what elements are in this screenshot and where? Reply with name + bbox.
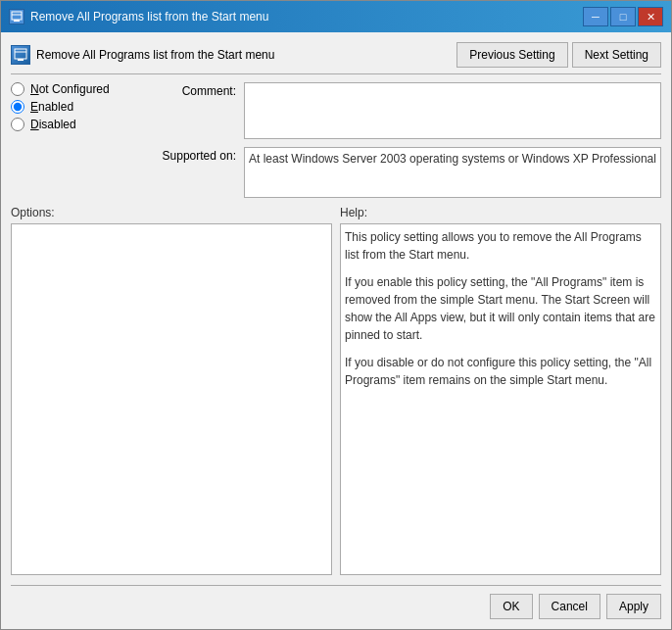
help-header: Help: xyxy=(340,206,661,219)
top-area: Not Configured Enabled Disabled xyxy=(11,82,661,198)
window-title: Remove All Programs list from the Start … xyxy=(30,10,268,24)
radio-disabled[interactable]: Disabled xyxy=(11,118,148,131)
radio-disabled-label[interactable]: Disabled xyxy=(30,118,76,131)
comment-textarea[interactable] xyxy=(244,82,661,139)
radio-disabled-input[interactable] xyxy=(11,118,24,131)
header-title: Remove All Programs list from the Start … xyxy=(36,48,274,62)
close-button[interactable]: ✕ xyxy=(638,7,663,26)
title-bar: Remove All Programs list from the Start … xyxy=(1,1,671,32)
cancel-button[interactable]: Cancel xyxy=(539,594,600,619)
next-setting-button[interactable]: Next Setting xyxy=(572,42,661,68)
help-paragraph-3: If you disable or do not configure this … xyxy=(345,354,656,389)
title-bar-left: Remove All Programs list from the Start … xyxy=(9,9,268,24)
previous-setting-button[interactable]: Previous Setting xyxy=(456,42,567,68)
main-window: Remove All Programs list from the Start … xyxy=(0,0,672,630)
comment-row: Comment: xyxy=(158,82,661,139)
options-panel: Options: xyxy=(11,206,332,577)
window-icon xyxy=(9,9,24,24)
supported-row: Supported on: At least Windows Server 20… xyxy=(158,147,661,198)
radio-not-configured-label[interactable]: Not Configured xyxy=(30,82,110,96)
minimize-button[interactable]: ─ xyxy=(583,7,608,26)
apply-button[interactable]: Apply xyxy=(606,594,661,619)
comment-label: Comment: xyxy=(158,82,236,98)
maximize-button[interactable]: □ xyxy=(610,7,636,26)
svg-rect-3 xyxy=(15,49,26,59)
radio-not-configured[interactable]: Not Configured xyxy=(11,82,148,96)
options-box xyxy=(11,223,332,575)
header-left: Remove All Programs list from the Start … xyxy=(11,45,274,65)
help-paragraph-1: This policy setting allows you to remove… xyxy=(345,228,656,264)
header-icon xyxy=(11,45,30,65)
svg-rect-5 xyxy=(18,59,24,61)
radio-section: Not Configured Enabled Disabled xyxy=(11,82,148,198)
right-column: Comment: Supported on: At least Windows … xyxy=(158,82,661,198)
help-panel: Help: This policy setting allows you to … xyxy=(340,206,661,577)
radio-enabled-label[interactable]: Enabled xyxy=(30,100,73,114)
help-paragraph-2: If you enable this policy setting, the "… xyxy=(345,273,656,344)
help-box: This policy setting allows you to remove… xyxy=(340,223,661,575)
header-buttons: Previous Setting Next Setting xyxy=(456,42,661,68)
ok-button[interactable]: OK xyxy=(490,594,532,619)
bottom-buttons: OK Cancel Apply xyxy=(11,585,661,619)
supported-text: At least Windows Server 2003 operating s… xyxy=(244,147,661,198)
header-row: Remove All Programs list from the Start … xyxy=(11,42,661,74)
radio-enabled[interactable]: Enabled xyxy=(11,100,148,114)
supported-label: Supported on: xyxy=(158,147,236,163)
svg-rect-0 xyxy=(12,12,22,20)
svg-rect-2 xyxy=(14,20,20,22)
content-area: Remove All Programs list from the Start … xyxy=(1,32,671,629)
main-panels: Options: Help: This policy setting allow… xyxy=(11,206,661,577)
title-bar-controls: ─ □ ✕ xyxy=(583,7,663,26)
radio-not-configured-input[interactable] xyxy=(11,82,24,96)
options-header: Options: xyxy=(11,206,332,219)
radio-enabled-input[interactable] xyxy=(11,100,24,114)
